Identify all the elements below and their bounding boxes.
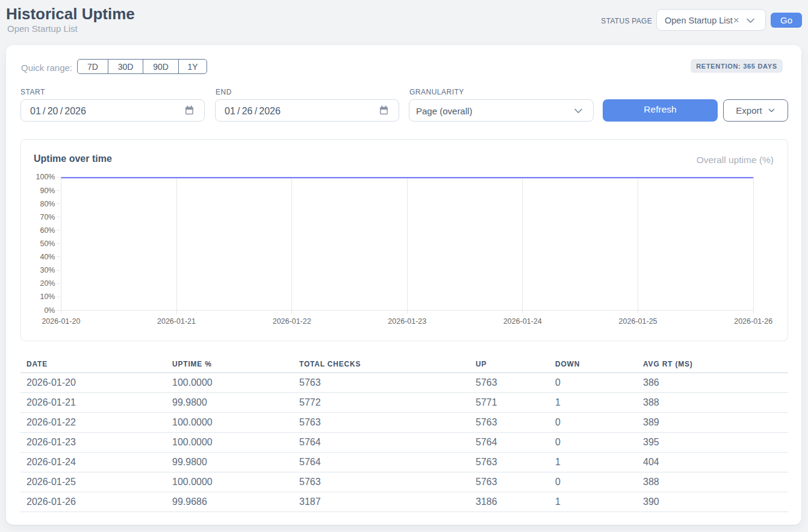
svg-text:10%: 10%	[40, 292, 55, 301]
svg-text:0%: 0%	[44, 306, 55, 315]
svg-text:60%: 60%	[40, 226, 55, 235]
svg-text:2026-01-20: 2026-01-20	[42, 317, 80, 326]
svg-text:70%: 70%	[40, 213, 55, 221]
svg-text:2026-01-22: 2026-01-22	[273, 317, 311, 326]
svg-text:2026-01-26: 2026-01-26	[734, 317, 772, 326]
svg-text:2026-01-23: 2026-01-23	[388, 317, 426, 326]
svg-text:50%: 50%	[40, 240, 55, 248]
svg-text:80%: 80%	[40, 200, 55, 208]
svg-text:2026-01-25: 2026-01-25	[619, 317, 657, 326]
svg-text:90%: 90%	[40, 187, 55, 195]
svg-text:30%: 30%	[40, 266, 55, 274]
svg-text:20%: 20%	[40, 279, 55, 288]
svg-text:2026-01-21: 2026-01-21	[157, 317, 196, 326]
svg-text:100%: 100%	[36, 173, 55, 181]
svg-text:2026-01-24: 2026-01-24	[503, 317, 542, 326]
svg-text:40%: 40%	[40, 253, 55, 261]
